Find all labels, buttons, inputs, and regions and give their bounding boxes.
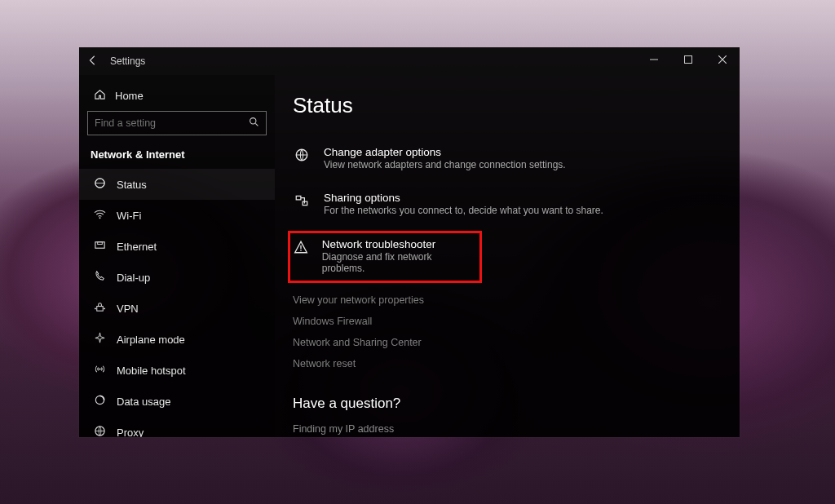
question-section: Have a question? Finding my IP address T… xyxy=(293,396,722,437)
link-network-sharing-center[interactable]: Network and Sharing Center xyxy=(293,332,722,353)
sidebar-item-label: Mobile hotspot xyxy=(117,365,186,377)
wifi-icon xyxy=(91,208,108,223)
proxy-icon xyxy=(91,425,108,437)
sidebar-item-label: Ethernet xyxy=(117,241,157,253)
sidebar-item-airplane[interactable]: Airplane mode xyxy=(79,324,275,355)
minimize-button[interactable] xyxy=(637,47,671,72)
sidebar-item-status[interactable]: Status xyxy=(79,169,275,200)
status-icon xyxy=(91,177,108,192)
window-title: Settings xyxy=(110,55,145,67)
question-link[interactable]: Finding my IP address xyxy=(293,420,722,437)
close-button[interactable] xyxy=(705,47,740,72)
svg-rect-5 xyxy=(95,242,104,249)
sidebar-group-label: Network & Internet xyxy=(79,144,275,169)
sidebar-item-label: Airplane mode xyxy=(117,334,185,346)
svg-point-2 xyxy=(250,118,256,124)
settings-window: Settings Home xyxy=(79,47,740,437)
sidebar-item-label: Data usage xyxy=(117,396,171,408)
svg-rect-17 xyxy=(300,250,301,250)
sidebar-item-data-usage[interactable]: Data usage xyxy=(79,386,275,417)
sidebar-item-ethernet[interactable]: Ethernet xyxy=(79,231,275,262)
question-heading: Have a question? xyxy=(293,396,722,412)
sidebar-item-label: Dial-up xyxy=(117,272,150,284)
svg-point-8 xyxy=(94,307,95,309)
option-desc: View network adapters and change connect… xyxy=(324,159,566,170)
option-change-adapter[interactable]: Change adapter options View network adap… xyxy=(293,141,722,175)
window-controls xyxy=(637,47,740,72)
home-icon xyxy=(91,88,108,103)
sidebar-item-label: Wi-Fi xyxy=(117,210,141,222)
link-list: View your network properties Windows Fir… xyxy=(293,290,722,374)
option-title: Change adapter options xyxy=(324,146,566,158)
svg-rect-14 xyxy=(296,196,301,200)
svg-rect-7 xyxy=(96,307,103,312)
sidebar-item-proxy[interactable]: Proxy xyxy=(79,417,275,437)
option-title: Network troubleshooter xyxy=(322,238,470,250)
vpn-icon xyxy=(91,301,108,316)
maximize-button[interactable] xyxy=(671,47,705,72)
main-content: Status Change adapter options View netwo… xyxy=(275,75,740,437)
highlight-annotation: Network troubleshooter Diagnose and fix … xyxy=(288,231,482,283)
page-title: Status xyxy=(293,93,722,118)
globe-icon xyxy=(294,148,316,166)
svg-rect-0 xyxy=(650,60,658,60)
dialup-icon xyxy=(91,270,108,285)
option-desc: For the networks you connect to, decide … xyxy=(324,205,603,216)
home-nav[interactable]: Home xyxy=(79,82,275,111)
sidebar-item-label: Status xyxy=(117,179,147,191)
svg-point-9 xyxy=(104,307,105,309)
hotspot-icon xyxy=(91,363,108,378)
sidebar: Home Network & Internet Status xyxy=(79,75,275,437)
link-windows-firewall[interactable]: Windows Firewall xyxy=(293,311,722,332)
home-label: Home xyxy=(115,90,144,102)
data-usage-icon xyxy=(91,394,108,409)
svg-rect-16 xyxy=(300,245,301,250)
link-network-reset[interactable]: Network reset xyxy=(293,353,722,374)
sidebar-item-wifi[interactable]: Wi-Fi xyxy=(79,200,275,231)
link-view-properties[interactable]: View your network properties xyxy=(293,290,722,311)
svg-point-10 xyxy=(99,368,100,369)
svg-point-4 xyxy=(99,217,100,219)
sidebar-item-label: Proxy xyxy=(117,427,144,438)
sidebar-nav: Status Wi-Fi Ethernet xyxy=(79,169,275,437)
search-input[interactable] xyxy=(95,117,249,129)
sharing-icon xyxy=(294,193,316,211)
sidebar-item-label: VPN xyxy=(117,303,139,315)
search-box[interactable] xyxy=(87,111,267,135)
svg-rect-6 xyxy=(97,242,102,245)
option-sharing[interactable]: Sharing options For the networks you con… xyxy=(293,187,722,221)
option-desc: Diagnose and fix network problems. xyxy=(322,251,470,274)
titlebar: Settings xyxy=(79,47,740,75)
sidebar-item-dialup[interactable]: Dial-up xyxy=(79,262,275,293)
back-button[interactable] xyxy=(79,55,107,69)
sidebar-item-hotspot[interactable]: Mobile hotspot xyxy=(79,355,275,386)
option-title: Sharing options xyxy=(324,192,603,204)
search-icon xyxy=(249,117,259,130)
svg-rect-1 xyxy=(685,56,692,64)
ethernet-icon xyxy=(91,239,108,254)
option-troubleshooter[interactable]: Network troubleshooter Diagnose and fix … xyxy=(292,238,471,274)
airplane-icon xyxy=(91,332,108,347)
warning-icon xyxy=(294,240,314,258)
sidebar-item-vpn[interactable]: VPN xyxy=(79,293,275,324)
